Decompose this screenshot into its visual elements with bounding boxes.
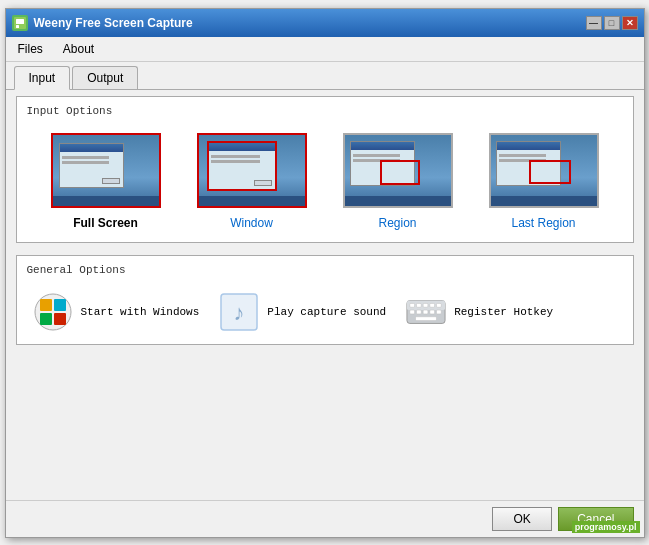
tab-output[interactable]: Output <box>72 66 138 89</box>
svg-rect-13 <box>417 303 422 307</box>
dialog-title-bar <box>60 144 123 152</box>
capture-lastregion[interactable]: Last Region <box>489 133 599 230</box>
menu-about[interactable]: About <box>55 39 102 59</box>
general-options-title: General Options <box>23 262 627 278</box>
close-button[interactable]: ✕ <box>622 16 638 30</box>
svg-rect-12 <box>410 303 415 307</box>
title-controls: — □ ✕ <box>586 16 638 30</box>
fullscreen-thumb <box>51 133 161 208</box>
svg-rect-19 <box>423 310 428 314</box>
window-preview <box>199 135 305 206</box>
svg-rect-2 <box>16 25 19 28</box>
maximize-button[interactable]: □ <box>604 16 620 30</box>
window-dialog-preview <box>207 141 277 191</box>
minimize-button[interactable]: — <box>586 16 602 30</box>
windows-icon <box>33 292 73 332</box>
taskbar-preview <box>53 196 159 206</box>
tab-bar: Input Output <box>6 62 644 89</box>
start-windows-label: Start with Windows <box>81 306 200 318</box>
svg-rect-20 <box>430 310 435 314</box>
hotkey-label: Register Hotkey <box>454 306 553 318</box>
lastregion-preview <box>491 135 597 206</box>
window-dialog-content <box>209 151 275 167</box>
region-thumb <box>343 133 453 208</box>
svg-rect-4 <box>40 299 52 311</box>
dialog-line-1 <box>62 156 109 159</box>
ok-button[interactable]: OK <box>492 507 552 531</box>
svg-rect-6 <box>40 313 52 325</box>
lrdialog-line-1 <box>499 154 546 157</box>
menu-files[interactable]: Files <box>10 39 51 59</box>
window-title: Weeny Free Screen Capture <box>34 16 193 30</box>
wdialog-line-1 <box>211 155 261 158</box>
music-icon: ♪ <box>219 292 259 332</box>
svg-rect-16 <box>437 303 442 307</box>
lastregion-dialog-title <box>497 142 560 150</box>
option-capture-sound[interactable]: ♪ Play capture sound <box>219 292 386 332</box>
capture-window[interactable]: Window <box>197 133 307 230</box>
svg-rect-14 <box>423 303 428 307</box>
lastregion-taskbar <box>491 196 597 206</box>
content-area: Input Options <box>6 89 644 500</box>
watermark: programosy.pl <box>572 521 640 533</box>
title-bar: Weeny Free Screen Capture — □ ✕ <box>6 9 644 37</box>
bottom-bar: OK Cancel programosy.pl <box>6 500 644 537</box>
option-hotkey[interactable]: Register Hotkey <box>406 292 553 332</box>
general-options-section: General Options Start with Windows <box>16 255 634 345</box>
keyboard-icon <box>406 292 446 332</box>
lastregion-label: Last Region <box>511 216 575 230</box>
svg-text:♪: ♪ <box>234 300 245 325</box>
dialog-line-2 <box>62 161 109 164</box>
svg-rect-21 <box>437 310 442 314</box>
app-icon <box>12 15 28 31</box>
svg-rect-1 <box>16 19 24 24</box>
general-options-list: Start with Windows ♪ Play capture sound <box>23 286 627 338</box>
capture-fullscreen[interactable]: Full Screen <box>51 133 161 230</box>
wdialog-button <box>254 180 272 186</box>
svg-rect-18 <box>417 310 422 314</box>
svg-rect-7 <box>54 313 66 325</box>
region-label: Region <box>378 216 416 230</box>
fullscreen-label: Full Screen <box>73 216 138 230</box>
svg-rect-22 <box>416 316 437 320</box>
window-thumb <box>197 133 307 208</box>
dialog-preview <box>59 143 124 188</box>
window-taskbar <box>199 196 305 206</box>
region-selection-box <box>380 160 420 185</box>
option-start-windows[interactable]: Start with Windows <box>33 292 200 332</box>
rdialog-line-1 <box>353 154 400 157</box>
input-options-section: Input Options <box>16 96 634 243</box>
capture-region[interactable]: Region <box>343 133 453 230</box>
lastregion-thumb <box>489 133 599 208</box>
region-dialog-title <box>351 142 414 150</box>
region-preview <box>345 135 451 206</box>
tab-input[interactable]: Input <box>14 66 71 90</box>
input-options-title: Input Options <box>23 103 627 119</box>
lastregion-selection-box <box>529 160 571 184</box>
menu-bar: Files About <box>6 37 644 62</box>
capture-sound-label: Play capture sound <box>267 306 386 318</box>
title-bar-left: Weeny Free Screen Capture <box>12 15 193 31</box>
window-label: Window <box>230 216 273 230</box>
window-dialog-title <box>209 143 275 151</box>
svg-rect-5 <box>54 299 66 311</box>
main-window: Weeny Free Screen Capture — □ ✕ Files Ab… <box>5 8 645 538</box>
svg-rect-15 <box>430 303 435 307</box>
capture-options: Full Screen <box>23 127 627 236</box>
wdialog-line-2 <box>211 160 261 163</box>
fullscreen-preview <box>53 135 159 206</box>
svg-rect-17 <box>410 310 415 314</box>
dialog-content <box>60 152 123 168</box>
dialog-button <box>102 178 120 184</box>
region-taskbar <box>345 196 451 206</box>
